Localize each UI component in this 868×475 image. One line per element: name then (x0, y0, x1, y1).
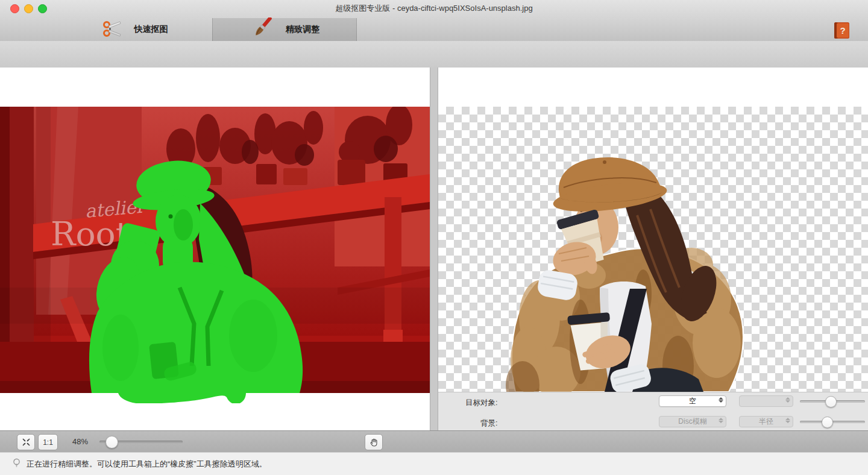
target-object-label: 目标对象: (465, 398, 497, 408)
tab-fine-adjust[interactable]: 精致调整 (212, 18, 357, 41)
zoom-percent-label: 48% (72, 434, 88, 449)
transparency-checkerboard[interactable] (438, 107, 868, 392)
source-canvas-panel: atelier Roots (0, 68, 430, 430)
background-effect-select: Disc模糊 (659, 416, 726, 427)
background-label: 背景: (480, 418, 497, 429)
target-amount-slider-thumb[interactable] (825, 396, 837, 407)
target-object-select[interactable]: 空 (659, 395, 726, 407)
hand-icon (370, 438, 379, 447)
chevron-updown-icon (719, 397, 723, 403)
cutout-person (438, 107, 868, 392)
zoom-toolbar: 1:1 48% (0, 430, 868, 452)
chevron-updown-icon (719, 418, 723, 423)
target-object-value: 空 (689, 396, 696, 406)
panel-divider[interactable] (430, 68, 438, 430)
titlebar: 超级抠图专业版 - ceyda-ciftci-wpq5IXSoIsA-unspl… (0, 0, 868, 42)
status-bar: 正在进行精细调整。可以使用工具箱上的“橡皮擦”工具擦除透明区域。 (0, 452, 868, 475)
svg-text:?: ? (840, 25, 845, 36)
zoom-slider[interactable] (99, 434, 183, 449)
target-amount-slider[interactable] (800, 395, 865, 407)
status-message: 正在进行精细调整。可以使用工具箱上的“橡皮擦”工具擦除透明区域。 (27, 459, 267, 470)
fit-to-window-button[interactable] (17, 434, 35, 450)
brush-icon (250, 17, 274, 42)
result-canvas-panel: 目标对象: 空 背景: Disc模糊 半径 (438, 68, 868, 430)
app-window: 超级抠图专业版 - ceyda-ciftci-wpq5IXSoIsA-unspl… (0, 0, 868, 475)
zoom-slider-thumb[interactable] (105, 436, 118, 448)
tab-quick-cutout[interactable]: 快速抠图 (57, 18, 212, 41)
chevron-updown-icon (785, 418, 790, 423)
source-image-canvas[interactable]: atelier Roots (0, 107, 430, 403)
tip-lightbulb-icon (12, 458, 21, 470)
pan-hand-button[interactable] (365, 434, 383, 450)
scissors-icon (102, 18, 122, 41)
chevron-updown-icon (785, 397, 790, 403)
window-title: 超级抠图专业版 - ceyda-ciftci-wpq5IXSoIsA-unspl… (0, 3, 868, 14)
tab-fine-adjust-label: 精致调整 (286, 24, 319, 35)
tab-quick-cutout-label: 快速抠图 (134, 24, 168, 35)
fit-icon (22, 438, 31, 447)
help-book-icon[interactable]: ? (833, 22, 851, 40)
toolbar: 保留 删除 擦除 (0, 41, 868, 68)
background-amount-slider-thumb (822, 417, 833, 428)
background-effect-value: Disc模糊 (678, 417, 706, 427)
target-param-select (739, 395, 793, 407)
background-param-value: 半径 (759, 417, 773, 427)
background-param-select: 半径 (739, 416, 793, 427)
actual-size-label: 1:1 (43, 438, 53, 447)
actual-size-button[interactable]: 1:1 (38, 434, 58, 450)
refine-settings-panel: 目标对象: 空 背景: Disc模糊 半径 (438, 392, 868, 430)
background-amount-slider (800, 416, 865, 427)
